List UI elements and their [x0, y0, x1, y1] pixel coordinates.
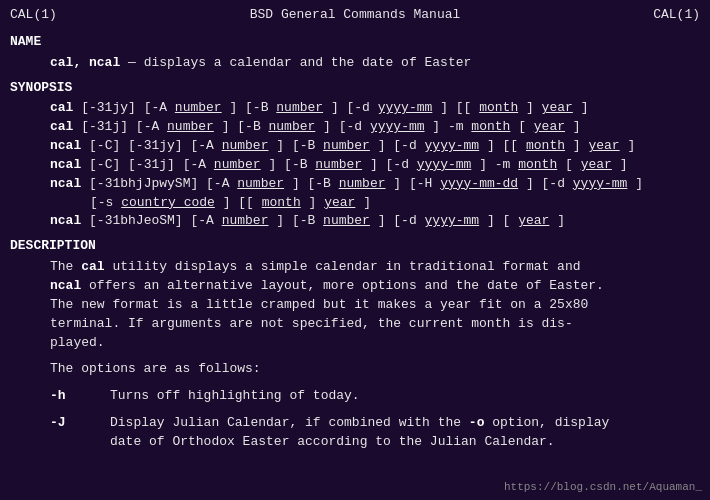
- man-page-header: CAL(1) BSD General Commands Manual CAL(1…: [10, 6, 700, 25]
- option-h-desc: Turns off highlighting of today.: [110, 387, 700, 406]
- synopsis-line-2: cal [-31j] [-A number ] [-B number ] [-d…: [10, 118, 700, 137]
- name-desc: — displays a calendar and the date of Ea…: [128, 55, 471, 70]
- section-name: NAME cal, ncal — displays a calendar and…: [10, 33, 700, 73]
- header-left: CAL(1): [10, 6, 57, 25]
- option-h-flag: -h: [50, 387, 110, 406]
- name-label: NAME: [10, 33, 700, 52]
- description-para2: The options are as follows:: [10, 360, 700, 379]
- terminal-window: CAL(1) BSD General Commands Manual CAL(1…: [10, 6, 700, 452]
- section-synopsis: SYNOPSIS cal [-31jy] [-A number ] [-B nu…: [10, 79, 700, 232]
- description-label: DESCRIPTION: [10, 237, 700, 256]
- name-cmd: cal, ncal: [50, 55, 120, 70]
- description-para1-line4: terminal. If arguments are not specified…: [10, 315, 700, 334]
- option-j-row: -J Display Julian Calendar, if combined …: [10, 414, 700, 452]
- option-h-row: -h Turns off highlighting of today.: [10, 387, 700, 406]
- synopsis-line-3: ncal [-C] [-31jy] [-A number ] [-B numbe…: [10, 137, 700, 156]
- synopsis-line-4: ncal [-C] [-31j] [-A number ] [-B number…: [10, 156, 700, 175]
- option-j-flag: -J: [50, 414, 110, 452]
- synopsis-line-5: ncal [-31bhjJpwySM] [-A number ] [-B num…: [10, 175, 700, 194]
- description-para1-line2: ncal offers an alternative layout, more …: [10, 277, 700, 296]
- synopsis-line-6: ncal [-31bhJeoSM] [-A number ] [-B numbe…: [10, 212, 700, 231]
- header-center: BSD General Commands Manual: [250, 6, 461, 25]
- header-right: CAL(1): [653, 6, 700, 25]
- synopsis-label: SYNOPSIS: [10, 79, 700, 98]
- name-content: cal, ncal — displays a calendar and the …: [10, 54, 700, 73]
- section-description: DESCRIPTION The cal utility displays a s…: [10, 237, 700, 451]
- description-para1-line3: The new format is a little cramped but i…: [10, 296, 700, 315]
- option-j-desc: Display Julian Calendar, if combined wit…: [110, 414, 700, 452]
- watermark: https://blog.csdn.net/Aquaman_: [504, 480, 702, 496]
- description-para1: The cal utility displays a simple calend…: [10, 258, 700, 277]
- description-para1-line5: played.: [10, 334, 700, 353]
- synopsis-line-1: cal [-31jy] [-A number ] [-B number ] [-…: [10, 99, 700, 118]
- synopsis-line-5b: [-s country_code ] [[ month ] year ]: [10, 194, 700, 213]
